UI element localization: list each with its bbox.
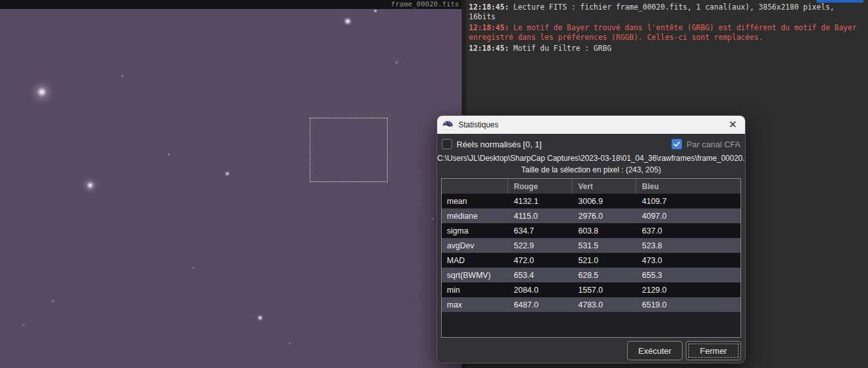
- log-timestamp: 12:18:45:: [469, 3, 509, 12]
- table-row-mean[interactable]: mean4132.13006.94109.7: [442, 194, 741, 208]
- checkbox-unchecked-icon[interactable]: [442, 139, 452, 149]
- execute-button[interactable]: Exécuter: [627, 341, 683, 360]
- star-point: [256, 314, 264, 322]
- table-row-sqrt(BWMV)[interactable]: sqrt(BWMV)653.4628.5655.3: [442, 268, 741, 282]
- scrollbar-thumb[interactable]: [816, 0, 863, 3]
- stat-value: 3006.9: [572, 197, 636, 206]
- stat-value: 655.3: [636, 271, 741, 280]
- column-header-label[interactable]: [442, 179, 507, 194]
- normalized-checkbox-label: Réels normalisés [0, 1]: [457, 140, 542, 149]
- column-header-Rouge[interactable]: Rouge: [507, 179, 572, 194]
- log-message: Le motif de Bayer trouvé dans l'entête (…: [469, 23, 856, 42]
- stat-value: 473.0: [636, 256, 741, 265]
- log-message: Motif du Filtre : GRBG: [509, 44, 611, 53]
- close-icon[interactable]: ✕: [727, 120, 739, 130]
- starfield-render: [0, 9, 462, 368]
- stat-value: 4115.0: [507, 212, 572, 221]
- log-message: Lecture FITS : fichier frame_00020.fits,…: [469, 3, 835, 21]
- log-entry: 12:18:45: Motif du Filtre : GRBG: [469, 44, 864, 53]
- log-entries: 12:18:45: Lecture FITS : fichier frame_0…: [466, 0, 867, 53]
- stat-value: 6487.0: [507, 300, 572, 309]
- stat-label: min: [442, 286, 507, 295]
- galaxy-blob: [26, 77, 57, 107]
- image-filename-bar: frame_00020.fits: [0, 0, 462, 9]
- file-path: C:\Users\JL\Desktop\SharpCap Captures\20…: [437, 154, 745, 163]
- image-viewport[interactable]: frame_00020.fits: [0, 0, 462, 368]
- column-header-Bleu[interactable]: Bleu: [636, 179, 741, 194]
- stats-table-header: RougeVertBleu: [442, 179, 741, 194]
- star-point: [167, 152, 171, 156]
- log-timestamp: 12:18:45:: [469, 23, 509, 32]
- table-row-min[interactable]: min2084.01557.02129.0: [442, 282, 741, 297]
- stat-value: 2084.0: [507, 286, 572, 295]
- stat-value: 637.0: [636, 226, 741, 235]
- stat-value: 472.0: [507, 256, 572, 265]
- dialog-button-row: Exécuter Fermer: [437, 338, 745, 360]
- stat-label: sigma: [442, 226, 507, 235]
- table-row-avgDev[interactable]: avgDev522.9531.5523.8: [442, 238, 741, 253]
- star-point: [343, 16, 353, 26]
- stat-label: max: [442, 300, 507, 309]
- checkbox-checked-icon[interactable]: [672, 139, 682, 149]
- stat-value: 628.5: [572, 271, 636, 280]
- normalized-checkbox[interactable]: Réels normalisés [0, 1]: [442, 139, 542, 149]
- table-row-médiane[interactable]: médiane4115.02976.04097.0: [442, 208, 741, 223]
- selection-rectangle[interactable]: [310, 118, 388, 182]
- star-point: [431, 217, 435, 221]
- statistics-dialog: Statistiques ✕ Réels normalisés [0, 1] P…: [437, 115, 746, 363]
- stat-value: 531.5: [572, 241, 636, 250]
- column-header-Vert[interactable]: Vert: [572, 179, 636, 194]
- star-point: [120, 74, 124, 78]
- siril-app-icon: [442, 120, 453, 131]
- stat-value: 6519.0: [636, 300, 741, 309]
- stat-value: 634.7: [507, 226, 572, 235]
- stat-value: 4783.0: [572, 300, 636, 309]
- star-point: [192, 266, 195, 270]
- selection-size-label: Taille de la sélection en pixel : (243, …: [437, 165, 745, 174]
- dialog-title: Statistiques: [458, 120, 498, 129]
- stat-value: 4097.0: [636, 212, 741, 221]
- star-point: [224, 170, 231, 177]
- star-point: [23, 324, 26, 327]
- log-timestamp: 12:18:45:: [469, 44, 509, 53]
- stat-label: sqrt(BWMV): [442, 271, 507, 280]
- star-point: [288, 342, 292, 345]
- table-row-MAD[interactable]: MAD472.0521.0473.0: [442, 253, 741, 268]
- image-filename: frame_00020.fits: [391, 0, 459, 8]
- close-button[interactable]: Fermer: [686, 341, 741, 360]
- star-point: [395, 60, 399, 64]
- stat-label: MAD: [442, 256, 507, 265]
- stat-value: 522.9: [507, 241, 572, 250]
- stat-value: 2976.0: [572, 212, 636, 221]
- dialog-body: Réels normalisés [0, 1] Par canal CFA C:…: [437, 134, 745, 363]
- log-entry: 12:18:45: Le motif de Bayer trouvé dans …: [469, 23, 864, 42]
- stat-value: 4109.7: [636, 197, 741, 206]
- stat-value: 4132.1: [507, 197, 572, 206]
- stat-value: 1557.0: [572, 286, 636, 295]
- stat-value: 603.8: [572, 226, 636, 235]
- stat-value: 521.0: [572, 256, 636, 265]
- dialog-titlebar[interactable]: Statistiques ✕: [437, 116, 745, 134]
- stats-table-rows: mean4132.13006.94109.7médiane4115.02976.…: [442, 194, 741, 312]
- cfa-checkbox-label: Par canal CFA: [686, 140, 741, 149]
- stats-table-empty-area: [442, 312, 741, 337]
- astro-image[interactable]: [0, 9, 462, 368]
- galaxy-blob: [79, 174, 101, 196]
- stat-label: avgDev: [442, 241, 507, 250]
- table-row-max[interactable]: max6487.04783.06519.0: [442, 297, 741, 312]
- star-point: [51, 299, 55, 303]
- stat-label: mean: [442, 197, 507, 206]
- cfa-checkbox[interactable]: Par canal CFA: [672, 139, 741, 149]
- stat-label: médiane: [442, 212, 507, 221]
- stat-value: 2129.0: [636, 286, 741, 295]
- log-entry: 12:18:45: Lecture FITS : fichier frame_0…: [469, 3, 864, 22]
- stat-value: 653.4: [507, 271, 572, 280]
- siril-main-window: frame_00020.fits: [0, 0, 868, 368]
- stat-value: 523.8: [636, 241, 741, 250]
- stats-table: RougeVertBleu mean4132.13006.94109.7médi…: [441, 178, 741, 338]
- table-row-sigma[interactable]: sigma634.7603.8637.0: [442, 223, 741, 238]
